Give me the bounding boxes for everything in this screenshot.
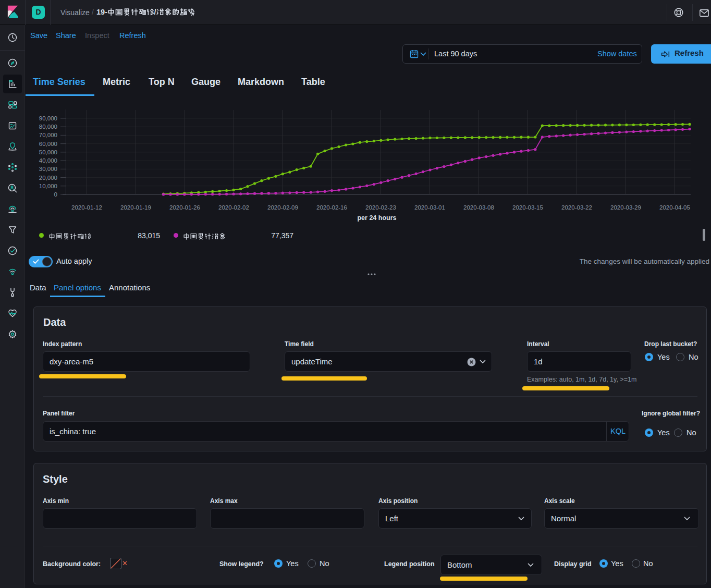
svg-text:50,000: 50,000	[39, 149, 57, 155]
svg-text:2020-03-15: 2020-03-15	[512, 204, 543, 211]
svg-text:2020-02-09: 2020-02-09	[267, 204, 298, 211]
svg-text:0: 0	[54, 191, 57, 198]
svg-text:40,000: 40,000	[39, 157, 57, 164]
svg-text:2020-01-12: 2020-01-12	[71, 204, 102, 211]
svg-text:10,000: 10,000	[39, 183, 57, 189]
svg-text:2020-03-22: 2020-03-22	[561, 204, 592, 211]
svg-text:2020-02-02: 2020-02-02	[218, 204, 249, 211]
svg-text:2020-02-16: 2020-02-16	[316, 204, 347, 211]
svg-text:2020-03-08: 2020-03-08	[463, 204, 494, 211]
svg-text:60,000: 60,000	[39, 141, 57, 147]
svg-text:90,000: 90,000	[39, 115, 57, 121]
svg-text:30,000: 30,000	[39, 166, 57, 172]
svg-text:per 24 hours: per 24 hours	[357, 214, 396, 222]
svg-text:2020-03-01: 2020-03-01	[414, 204, 445, 211]
svg-text:2020-01-26: 2020-01-26	[169, 204, 200, 211]
svg-text:20,000: 20,000	[39, 175, 57, 181]
svg-text:2020-04-05: 2020-04-05	[659, 204, 690, 211]
svg-text:2020-01-19: 2020-01-19	[120, 204, 151, 211]
svg-text:2020-03-29: 2020-03-29	[610, 204, 641, 211]
svg-text:80,000: 80,000	[39, 124, 57, 130]
svg-text:70,000: 70,000	[39, 132, 57, 138]
svg-text:2020-02-23: 2020-02-23	[365, 204, 396, 211]
